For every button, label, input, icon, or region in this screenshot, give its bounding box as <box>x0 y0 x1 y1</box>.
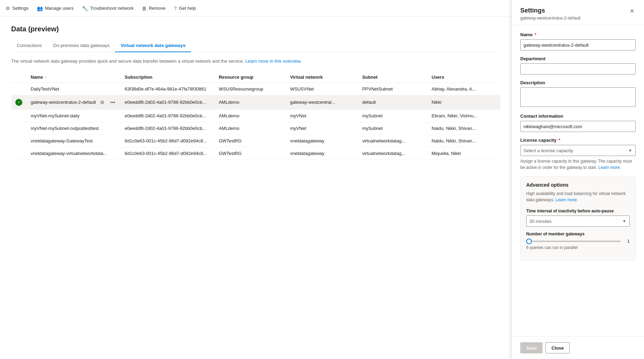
gateways-table: Name ↑ Subscription Resource group Virtu… <box>11 72 500 160</box>
advanced-learn-more-link[interactable]: Learn more. <box>555 197 578 202</box>
row-status-cell: ✓ <box>11 95 26 109</box>
row-status-cell <box>11 122 26 134</box>
panel-subtitle: gateway-westcentralus-2-default <box>520 16 581 21</box>
department-input[interactable] <box>520 63 636 75</box>
row-users: Naidu, Nikki, Shivan... <box>428 122 501 134</box>
row-resource-group: GWTestRG <box>215 147 286 159</box>
description-label: Description <box>520 80 636 85</box>
col-subnet: Subnet <box>358 72 427 83</box>
inactivity-select[interactable]: 15 minutes 30 minutes 1 hour 2 hours <box>526 216 630 227</box>
troubleshoot-icon: 🔧 <box>82 6 88 11</box>
license-select-wrapper: Select a license capacity ▼ <box>520 145 636 156</box>
row-virtual-network: gateway-westcentral... <box>286 95 358 109</box>
description-textarea[interactable] <box>520 87 636 107</box>
panel-footer: Save Close <box>512 336 644 359</box>
toolbar-troubleshoot-network[interactable]: 🔧 Troubleshoot network <box>82 6 133 11</box>
row-subnet: PPVNetSubnet <box>358 83 427 95</box>
row-subnet: mySubnet <box>358 109 427 122</box>
row-resource-group: AMLdemo <box>215 95 286 109</box>
member-gateways-slider[interactable] <box>526 241 621 242</box>
page-title: Data (preview) <box>11 25 500 33</box>
toolbar-remove[interactable]: 🗑 Remove <box>142 6 166 11</box>
help-icon: ? <box>174 6 177 11</box>
tab-on-premises[interactable]: On-premises data gateways <box>47 40 115 52</box>
row-users: Abhay, Alexandra, A... <box>428 83 501 95</box>
row-subscription: 6d1c0e63-001c-45b2-96d7-d092e94c8... <box>121 147 215 159</box>
slider-hint: 6 queries can run in parallel <box>526 245 630 250</box>
license-helper: Assign a license capacity to this gatewa… <box>520 158 636 171</box>
row-name: vnetdatagateway-GatewayTest <box>26 134 121 147</box>
table-row[interactable]: ✓gateway-westcentralus-2-default⚙•••e0ee… <box>11 95 500 109</box>
tab-virtual-network[interactable]: Virtual network data gateways <box>115 40 191 52</box>
table-row[interactable]: DailyTestVNet63f38d0e-df7e-464a-981e-47f… <box>11 83 500 95</box>
member-gateways-group: Number of member gateways 1 6 queries ca… <box>526 232 630 250</box>
row-subscription: e0eeddf8-2d02-4a01-9786-92bb0e0cb... <box>121 109 215 122</box>
row-users: Miquella, Nikki <box>428 147 501 159</box>
save-button[interactable]: Save <box>520 342 543 353</box>
slider-value: 1 <box>624 239 630 244</box>
row-subnet: default <box>358 95 427 109</box>
row-resource-group: AMLdemo <box>215 109 286 122</box>
license-select[interactable]: Select a license capacity <box>520 145 636 156</box>
close-button[interactable]: Close <box>545 342 569 353</box>
row-status-cell <box>11 109 26 122</box>
advanced-options-section: Advanced options High availability and l… <box>520 176 636 261</box>
row-virtual-network: vnetdatagateway <box>286 147 358 159</box>
row-more-button[interactable]: ••• <box>109 99 117 106</box>
name-input[interactable] <box>520 39 636 50</box>
row-name: myVNet-mySubnet-daily <box>26 109 121 122</box>
col-resource-group: Resource group <box>215 72 286 83</box>
department-label: Department <box>520 56 636 61</box>
row-virtual-network: vnetdatagateway <box>286 134 358 147</box>
tab-connections[interactable]: Connections <box>11 40 47 52</box>
row-subscription: e0eeddf8-2d02-4a01-9786-92bb0e0cb... <box>121 122 215 134</box>
toolbar-manage-users[interactable]: 👥 Manage users <box>37 6 74 11</box>
settings-icon: ⚙ <box>6 6 10 11</box>
main-content: Data (preview) Connections On-premises d… <box>0 17 512 359</box>
col-name: Name ↑ <box>26 72 121 83</box>
name-label: Name * <box>520 32 636 37</box>
toolbar-settings[interactable]: ⚙ Settings <box>6 6 29 11</box>
row-name: myVNet-mySubnet-outputdesttest <box>26 122 121 134</box>
row-subnet: virtualnetworkdatag... <box>358 147 427 159</box>
contact-field-group: Contact information <box>520 114 636 132</box>
table-row[interactable]: vnetdatagateway-GatewayTest6d1c0e63-001c… <box>11 134 500 147</box>
contact-input[interactable] <box>520 121 636 132</box>
manage-users-icon: 👥 <box>37 6 43 11</box>
inactivity-select-wrapper: 15 minutes 30 minutes 1 hour 2 hours ▼ <box>526 216 630 227</box>
row-settings-button[interactable]: ⚙ <box>99 99 106 106</box>
panel-title: Settings <box>520 7 581 14</box>
slider-wrapper: 1 <box>526 239 630 244</box>
learn-more-link[interactable]: Learn more in this overview. <box>245 58 302 64</box>
row-name: DailyTestVNet <box>26 83 121 95</box>
row-users: Ebram, Nikki, Vishnu... <box>428 109 501 122</box>
row-users: Nikki <box>428 95 501 109</box>
department-field-group: Department <box>520 56 636 75</box>
table-row[interactable]: myVNet-mySubnet-outputdestteste0eeddf8-2… <box>11 122 500 134</box>
tab-bar: Connections On-premises data gateways Vi… <box>11 40 500 52</box>
name-field-group: Name * <box>520 32 636 50</box>
row-resource-group: WSUSResoursegroup <box>215 83 286 95</box>
row-status-cell <box>11 134 26 147</box>
toolbar-settings-label: Settings <box>12 6 29 11</box>
row-subscription: e0eeddf8-2d02-4a01-9786-92bb0e0cb... <box>121 95 215 109</box>
table-row[interactable]: vnetdatagateway-virtualnetworkdata...6d1… <box>11 147 500 159</box>
toolbar-manage-users-label: Manage users <box>45 6 74 11</box>
license-label: License capacity * <box>520 138 636 143</box>
contact-label: Contact information <box>520 114 636 119</box>
member-gateways-label: Number of member gateways <box>526 232 630 236</box>
row-status-cell <box>11 147 26 159</box>
sort-icon: ↑ <box>45 76 47 79</box>
panel-body: Name * Department Description Contact in… <box>512 25 644 336</box>
row-subnet: virtualnetworkdatag... <box>358 134 427 147</box>
row-virtual-network: myVNet <box>286 109 358 122</box>
row-subnet: mySubnet <box>358 122 427 134</box>
close-panel-button[interactable]: ✕ <box>628 7 636 15</box>
license-learn-more-link[interactable]: Learn more. <box>598 165 621 170</box>
row-virtual-network: myVNet <box>286 122 358 134</box>
row-resource-group: AMLdemo <box>215 122 286 134</box>
panel-header: Settings gateway-westcentralus-2-default… <box>512 0 644 25</box>
table-row[interactable]: myVNet-mySubnet-dailye0eeddf8-2d02-4a01-… <box>11 109 500 122</box>
row-subscription: 6d1c0e63-001c-45b2-96d7-d092e94c8... <box>121 134 215 147</box>
toolbar-get-help[interactable]: ? Get help <box>174 6 196 11</box>
